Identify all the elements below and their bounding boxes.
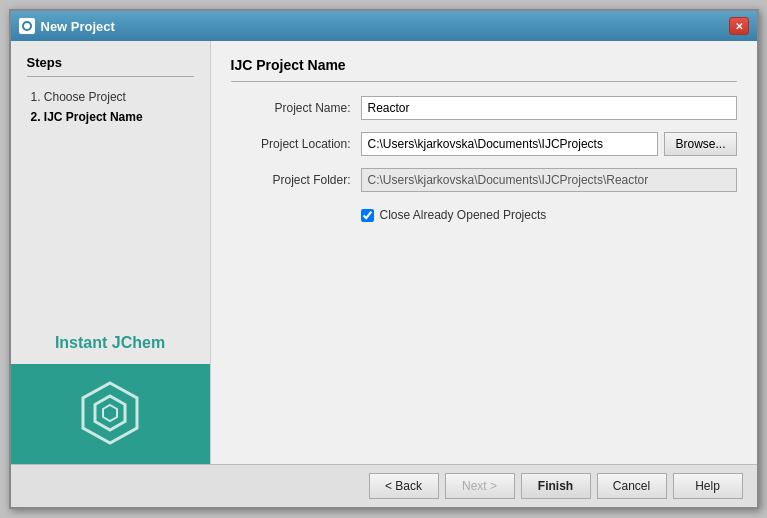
project-name-row: Project Name: (231, 96, 737, 120)
section-title: IJC Project Name (231, 57, 737, 82)
main-content: IJC Project Name Project Name: Project L… (211, 41, 757, 464)
browse-button[interactable]: Browse... (664, 132, 736, 156)
finish-button[interactable]: Finish (521, 473, 591, 499)
checkbox-row: Close Already Opened Projects (361, 208, 737, 222)
dialog-window: New Project ✕ Steps 1. Choose Project 2.… (9, 9, 759, 509)
step-1-number: 1. (31, 90, 41, 104)
svg-marker-3 (95, 396, 125, 430)
help-button[interactable]: Help (673, 473, 743, 499)
project-location-input[interactable] (361, 132, 659, 156)
location-input-group: Browse... (361, 132, 737, 156)
project-folder-input (361, 168, 737, 192)
dialog-title: New Project (41, 19, 115, 34)
steps-section: Steps 1. Choose Project 2. IJC Project N… (11, 41, 210, 322)
step-1: 1. Choose Project (27, 87, 194, 107)
project-folder-row: Project Folder: (231, 168, 737, 192)
dialog-footer: < Back Next > Finish Cancel Help (11, 464, 757, 507)
project-folder-label: Project Folder: (231, 173, 361, 187)
close-button[interactable]: ✕ (729, 17, 749, 35)
title-bar: New Project ✕ (11, 11, 757, 41)
step-2-number: 2. (31, 110, 41, 124)
step-2: 2. IJC Project Name (27, 107, 194, 127)
svg-point-1 (24, 23, 30, 29)
hex-icon (75, 378, 145, 451)
steps-heading: Steps (27, 55, 194, 77)
svg-marker-4 (103, 405, 117, 421)
back-button[interactable]: < Back (369, 473, 439, 499)
close-projects-label[interactable]: Close Already Opened Projects (380, 208, 547, 222)
sidebar: Steps 1. Choose Project 2. IJC Project N… (11, 41, 211, 464)
logo-box (11, 364, 210, 464)
dialog-body: Steps 1. Choose Project 2. IJC Project N… (11, 41, 757, 464)
project-name-input[interactable] (361, 96, 737, 120)
project-location-label: Project Location: (231, 137, 361, 151)
close-projects-checkbox[interactable] (361, 209, 374, 222)
logo-text: Instant JChem (11, 322, 210, 364)
next-button[interactable]: Next > (445, 473, 515, 499)
cancel-button[interactable]: Cancel (597, 473, 667, 499)
project-name-label: Project Name: (231, 101, 361, 115)
svg-marker-2 (83, 383, 137, 443)
project-location-row: Project Location: Browse... (231, 132, 737, 156)
step-2-label: IJC Project Name (44, 110, 143, 124)
title-bar-left: New Project (19, 18, 115, 34)
step-1-label: Choose Project (44, 90, 126, 104)
app-icon (19, 18, 35, 34)
